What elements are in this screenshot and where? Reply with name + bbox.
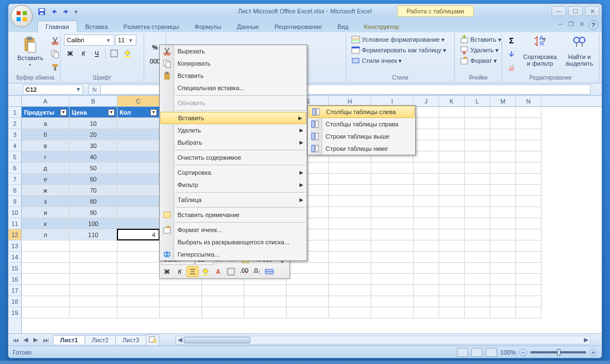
cell[interactable] (465, 185, 490, 196)
font-size-combo[interactable]: 11▾ (115, 35, 136, 46)
cell[interactable] (516, 240, 542, 252)
cell[interactable] (516, 174, 542, 185)
cell[interactable]: а (22, 118, 70, 129)
tab-review[interactable]: Рецензирование (267, 21, 329, 32)
cell[interactable] (439, 252, 465, 263)
cell[interactable] (516, 229, 542, 240)
cell[interactable]: 4 (117, 229, 160, 240)
cell[interactable] (22, 240, 70, 252)
cell[interactable] (465, 163, 490, 174)
cell[interactable] (414, 196, 439, 207)
cell[interactable]: 10 (70, 118, 117, 129)
cell[interactable]: 70 (70, 185, 117, 196)
submenu-item[interactable]: Столбцы таблицы справа (308, 118, 415, 130)
cell[interactable]: б (22, 129, 70, 140)
cell[interactable] (160, 285, 202, 296)
office-button[interactable] (11, 5, 33, 27)
mini-border-icon[interactable] (225, 266, 237, 277)
format-cells-button[interactable]: Формат ▾ (458, 56, 498, 66)
cell[interactable] (117, 207, 160, 218)
cell[interactable] (371, 218, 414, 229)
cell[interactable]: 30 (70, 140, 117, 151)
view-normal-button[interactable] (457, 348, 468, 357)
cell[interactable] (371, 296, 414, 307)
fill-color-button[interactable] (121, 47, 134, 60)
maximize-button[interactable]: ☐ (568, 6, 583, 16)
context-menu-item[interactable]: Выбрать из раскрывающегося списка... (160, 236, 307, 248)
cell[interactable] (22, 252, 70, 263)
cell[interactable] (117, 252, 160, 263)
column-header[interactable]: K (439, 96, 465, 106)
cell[interactable] (439, 307, 465, 318)
delete-cells-button[interactable]: Удалить ▾ (458, 45, 498, 55)
mini-merge-icon[interactable] (263, 266, 276, 277)
cell[interactable] (516, 263, 542, 274)
cell[interactable] (490, 185, 516, 196)
context-menu-item[interactable]: Обновить (160, 97, 307, 109)
cell[interactable] (22, 307, 70, 318)
cell[interactable] (371, 307, 414, 318)
cell[interactable] (22, 285, 70, 296)
cell[interactable] (117, 185, 160, 196)
sheet-nav-last-icon[interactable]: ⏭ (41, 336, 51, 345)
cell[interactable] (329, 252, 371, 263)
cell[interactable] (117, 218, 160, 229)
cell[interactable]: 100 (70, 218, 117, 229)
context-menu-item[interactable]: Вставить▶ (160, 112, 306, 124)
cell[interactable] (465, 107, 490, 118)
copy-icon[interactable] (49, 48, 61, 60)
cell[interactable] (202, 307, 244, 318)
cell[interactable] (490, 196, 516, 207)
column-header[interactable]: N (516, 96, 542, 106)
cell[interactable] (465, 229, 490, 240)
cell[interactable] (22, 296, 70, 307)
cell[interactable]: Цена▾ (70, 107, 117, 118)
workbook-close-icon[interactable]: ✕ (577, 20, 586, 28)
cell[interactable]: е (22, 174, 70, 185)
cell[interactable] (516, 107, 542, 118)
cell[interactable] (117, 163, 160, 174)
cell[interactable] (414, 174, 439, 185)
cell[interactable] (439, 274, 465, 285)
zoom-slider[interactable] (530, 351, 586, 353)
cell[interactable] (117, 196, 160, 207)
row-header[interactable]: 10 (8, 207, 21, 218)
cell[interactable] (490, 252, 516, 263)
mini-decrease-decimal-icon[interactable]: .00 (238, 266, 250, 277)
cell[interactable] (244, 285, 287, 296)
cell[interactable]: 90 (70, 207, 117, 218)
cell[interactable] (490, 274, 516, 285)
cell[interactable] (439, 240, 465, 252)
row-header[interactable]: 13 (8, 240, 21, 252)
mini-fill-color-icon[interactable] (199, 266, 211, 277)
cell[interactable] (371, 252, 414, 263)
autosum-icon[interactable]: Σ (505, 35, 518, 47)
cell[interactable] (439, 218, 465, 229)
row-header[interactable]: 15 (8, 263, 21, 274)
cell[interactable] (439, 174, 465, 185)
column-header[interactable]: A (22, 96, 70, 106)
sheet-tab-2[interactable]: Лист2 (85, 335, 116, 345)
cell[interactable] (516, 296, 542, 307)
context-menu-item[interactable]: Формат ячеек... (160, 224, 307, 236)
cell[interactable] (22, 263, 70, 274)
cell[interactable]: в (22, 140, 70, 151)
cell[interactable] (329, 174, 371, 185)
cell[interactable] (287, 274, 329, 285)
cell[interactable] (516, 151, 542, 163)
cell[interactable] (371, 263, 414, 274)
cell[interactable] (516, 207, 542, 218)
row-header[interactable]: 5 (8, 151, 21, 163)
submenu-item[interactable]: Строки таблицы выше (308, 130, 415, 142)
cell[interactable] (371, 163, 414, 174)
row-header[interactable]: 7 (8, 174, 21, 185)
insert-cells-button[interactable]: Вставить ▾ (458, 35, 498, 45)
cell[interactable] (439, 263, 465, 274)
cell[interactable] (439, 107, 465, 118)
row-header[interactable]: 14 (8, 252, 21, 263)
cell[interactable] (414, 240, 439, 252)
cell[interactable] (516, 307, 542, 318)
row-header[interactable]: 12 (8, 229, 21, 240)
cell[interactable] (516, 252, 542, 263)
row-header[interactable]: 4 (8, 140, 21, 151)
